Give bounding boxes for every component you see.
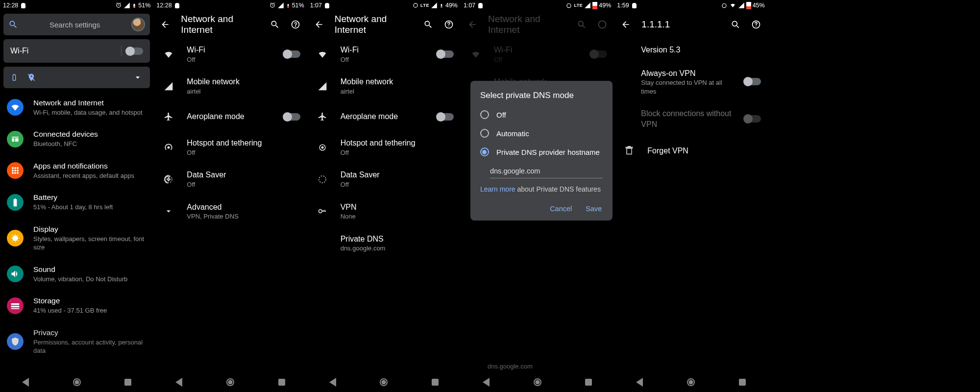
status-bar: 1:07 LTE 49%: [307, 0, 461, 11]
forget-vpn-row[interactable]: Forget VPN: [614, 136, 767, 165]
dns-option-off[interactable]: Off: [470, 105, 612, 124]
clock: 12:28: [156, 2, 172, 9]
search-icon[interactable]: [731, 20, 740, 29]
always-on-toggle[interactable]: [744, 78, 761, 85]
svg-point-16: [722, 4, 726, 8]
radio-icon: [480, 110, 489, 119]
datasaver-row[interactable]: Data SaverOff: [307, 163, 461, 195]
page-title: 1.1.1.1: [641, 19, 719, 30]
back-arrow-icon[interactable]: [314, 20, 324, 29]
location-off-icon: [27, 73, 36, 82]
cancel-button[interactable]: Cancel: [550, 205, 572, 213]
clock: 1:07: [310, 2, 322, 9]
dialog-title: Select private DNS mode: [470, 91, 612, 105]
nav-home-icon[interactable]: [534, 378, 541, 386]
airplane-icon: [314, 108, 331, 125]
search-settings-box[interactable]: Search settings: [3, 14, 150, 35]
battery-percent: 49%: [445, 2, 458, 9]
chevron-down-icon[interactable]: [132, 73, 143, 82]
back-arrow-icon[interactable]: [160, 20, 170, 29]
settings-item-apps[interactable]: Apps and notificationsAssistant, recent …: [0, 155, 153, 186]
clock: 1:07: [464, 2, 475, 9]
signal-icon: [584, 2, 591, 9]
aeroplane-row[interactable]: Aeroplane mode: [307, 102, 461, 131]
aeroplane-toggle[interactable]: [437, 113, 454, 121]
nav-recent-icon[interactable]: [432, 379, 439, 386]
status-icons: LTE 49%: [412, 2, 458, 9]
alarm-icon: [565, 2, 572, 9]
trash-icon: [621, 142, 637, 159]
nav-home-icon[interactable]: [226, 378, 234, 386]
advanced-row[interactable]: AdvancedVPN, Private DNS: [153, 196, 307, 227]
settings-item-storage[interactable]: Storage41% used - 37.51 GB free: [0, 290, 153, 321]
wifi-status-icon: [729, 2, 736, 8]
touch-indicator-icon: [632, 3, 637, 8]
hotspot-row[interactable]: Hotspot and tetheringOff: [153, 131, 307, 163]
settings-item-privacy[interactable]: PrivacyPermissions, account activity, pe…: [0, 321, 153, 362]
mobile-network-row[interactable]: Mobile networkairtel: [307, 70, 461, 102]
nav-home-icon[interactable]: [73, 378, 81, 386]
dns-hostname-input[interactable]: dns.google.com: [490, 164, 603, 178]
nav-back-icon[interactable]: [22, 378, 29, 387]
battery-percent: 45%: [753, 2, 765, 9]
touch-indicator-icon: [325, 3, 329, 8]
search-placeholder: Search settings: [18, 21, 131, 29]
settings-item-sound[interactable]: SoundVolume, vibration, Do Not Disturb: [0, 258, 153, 290]
datasaver-icon: [314, 171, 331, 188]
back-arrow-icon[interactable]: [621, 20, 631, 29]
status-icons: 51%: [269, 2, 304, 9]
nav-back-icon[interactable]: [329, 378, 336, 387]
search-icon[interactable]: [423, 20, 433, 29]
nav-bar: [614, 372, 767, 392]
help-icon[interactable]: [444, 20, 454, 29]
nav-recent-icon[interactable]: [278, 379, 285, 386]
search-icon[interactable]: [270, 20, 280, 29]
nav-back-icon[interactable]: [636, 378, 643, 387]
wifi-row[interactable]: Wi-FiOff: [153, 38, 307, 70]
learn-more-link[interactable]: Learn more: [480, 185, 515, 193]
status-icons: LTE 49%: [565, 2, 611, 9]
help-icon[interactable]: [291, 20, 300, 29]
nav-home-icon[interactable]: [687, 378, 695, 386]
app-bar: 1.1.1.1: [614, 11, 767, 38]
save-button[interactable]: Save: [586, 205, 602, 213]
help-icon[interactable]: [751, 20, 761, 29]
vpn-row[interactable]: VPNNone: [307, 196, 461, 227]
storage-icon: [7, 297, 24, 314]
aeroplane-toggle[interactable]: [284, 113, 300, 121]
nav-recent-icon[interactable]: [124, 379, 131, 386]
svg-rect-5: [441, 6, 442, 7]
datasaver-row[interactable]: Data SaverOff: [153, 163, 307, 195]
suggestion-bar[interactable]: [3, 67, 150, 88]
apps-icon: [7, 162, 24, 179]
search-icon: [8, 20, 18, 29]
battery-icon: [7, 194, 24, 211]
settings-item-connected[interactable]: Connected devicesBluetooth, NFC: [0, 123, 153, 154]
mobile-network-row[interactable]: Mobile networkairtel: [153, 70, 307, 102]
hotspot-row[interactable]: Hotspot and tetheringOff: [307, 131, 461, 163]
nav-back-icon[interactable]: [175, 378, 182, 387]
wifi-quick-toggle[interactable]: [126, 48, 143, 55]
settings-item-network[interactable]: Network and InternetWi-Fi, mobile, data …: [0, 92, 153, 123]
profile-avatar[interactable]: [131, 18, 145, 31]
lte-label: LTE: [574, 3, 583, 8]
status-bar: 1:59 45%: [614, 0, 767, 11]
alarm-icon: [115, 2, 122, 9]
settings-item-display[interactable]: DisplayStyles, wallpapers, screen timeou…: [0, 218, 153, 258]
dns-option-hostname[interactable]: Private DNS provider hostname: [470, 143, 612, 161]
nav-back-icon[interactable]: [483, 378, 490, 387]
wifi-row[interactable]: Wi-FiOff: [307, 38, 461, 70]
nav-recent-icon[interactable]: [739, 379, 746, 386]
nav-recent-icon[interactable]: [585, 379, 592, 386]
nav-home-icon[interactable]: [380, 378, 388, 386]
wifi-toggle[interactable]: [437, 50, 454, 58]
settings-item-battery[interactable]: Battery51% - About 1 day, 8 hrs left: [0, 186, 153, 218]
dns-option-auto[interactable]: Automatic: [470, 124, 612, 143]
radio-icon: [480, 129, 489, 138]
wifi-toggle[interactable]: [284, 50, 300, 58]
aeroplane-row[interactable]: Aeroplane mode: [153, 102, 307, 131]
chevron-down-icon: [160, 203, 177, 220]
private-dns-row[interactable]: Private DNSdns.google.com: [307, 227, 461, 259]
wifi-quick-toggle-row[interactable]: Wi-Fi: [3, 39, 150, 63]
always-on-vpn-row[interactable]: Always-on VPNStay connected to VPN at al…: [614, 62, 767, 102]
